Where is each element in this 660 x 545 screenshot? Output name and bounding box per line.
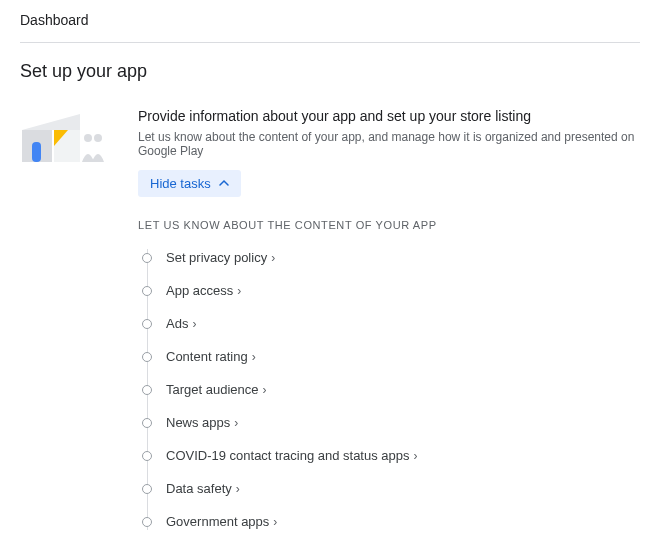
- task-status-icon: [142, 319, 152, 329]
- task-status-icon: [142, 484, 152, 494]
- chevron-right-icon: ›: [192, 317, 196, 331]
- task-label: News apps: [166, 415, 230, 430]
- chevron-right-icon: ›: [236, 482, 240, 496]
- chevron-up-icon: [219, 176, 229, 191]
- task-list-a: Set privacy policy› App access› Ads› Con…: [142, 241, 640, 538]
- task-status-icon: [142, 253, 152, 263]
- svg-point-6: [94, 134, 102, 142]
- task-covid-tracing[interactable]: COVID-19 contact tracing and status apps…: [142, 439, 640, 472]
- task-status-icon: [142, 352, 152, 362]
- task-label: Government apps: [166, 514, 269, 529]
- dashboard-title: Dashboard: [20, 12, 640, 43]
- task-label: Content rating: [166, 349, 248, 364]
- task-content-rating[interactable]: Content rating›: [142, 340, 640, 373]
- task-status-icon: [142, 385, 152, 395]
- task-label: Target audience: [166, 382, 259, 397]
- svg-point-5: [84, 134, 92, 142]
- task-status-icon: [142, 418, 152, 428]
- card-subtitle: Let us know about the content of your ap…: [138, 130, 640, 158]
- task-label: App access: [166, 283, 233, 298]
- section-a-label: LET US KNOW ABOUT THE CONTENT OF YOUR AP…: [138, 219, 640, 231]
- svg-rect-2: [32, 142, 41, 162]
- chevron-right-icon: ›: [237, 284, 241, 298]
- chevron-right-icon: ›: [273, 515, 277, 529]
- task-target-audience[interactable]: Target audience›: [142, 373, 640, 406]
- task-label: Set privacy policy: [166, 250, 267, 265]
- task-set-privacy-policy[interactable]: Set privacy policy›: [142, 241, 640, 274]
- task-ads[interactable]: Ads›: [142, 307, 640, 340]
- task-status-icon: [142, 451, 152, 461]
- chevron-right-icon: ›: [414, 449, 418, 463]
- chevron-right-icon: ›: [263, 383, 267, 397]
- task-data-safety[interactable]: Data safety›: [142, 472, 640, 505]
- task-news-apps[interactable]: News apps›: [142, 406, 640, 439]
- task-label: Data safety: [166, 481, 232, 496]
- setup-title: Set up your app: [20, 61, 640, 82]
- task-status-icon: [142, 286, 152, 296]
- task-government-apps[interactable]: Government apps›: [142, 505, 640, 538]
- task-label: Ads: [166, 316, 188, 331]
- task-app-access[interactable]: App access›: [142, 274, 640, 307]
- svg-marker-0: [22, 114, 80, 130]
- task-label: COVID-19 contact tracing and status apps: [166, 448, 410, 463]
- chevron-right-icon: ›: [271, 251, 275, 265]
- hide-tasks-button[interactable]: Hide tasks: [138, 170, 241, 197]
- chevron-right-icon: ›: [252, 350, 256, 364]
- task-status-icon: [142, 517, 152, 527]
- hide-tasks-label: Hide tasks: [150, 176, 211, 191]
- chevron-right-icon: ›: [234, 416, 238, 430]
- setup-illustration: [20, 108, 116, 171]
- card-title: Provide information about your app and s…: [138, 108, 640, 124]
